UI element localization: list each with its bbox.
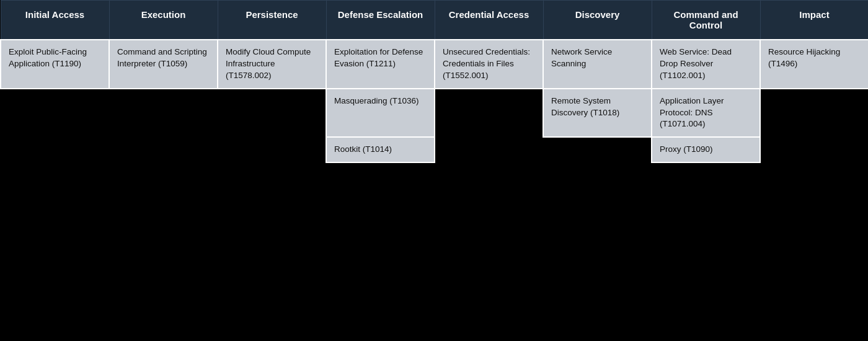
mitre-matrix: Initial AccessExecutionPersistenceDefens… [0, 0, 868, 163]
cell-r0-c6: Web Service: Dead Drop Resolver (T1102.0… [652, 40, 760, 89]
header-execution: Execution [109, 1, 218, 40]
cell-r0-c2: Modify Cloud Compute Infrastructure (T15… [218, 40, 326, 89]
cell-r1-c1 [109, 89, 218, 138]
cell-r2-c6: Proxy (T1090) [652, 137, 760, 162]
cell-r1-c0 [1, 89, 109, 138]
cell-r0-c4: Unsecured Credentials: Credentials in Fi… [435, 40, 543, 89]
header-credential-access: Credential Access [435, 1, 543, 40]
cell-r1-c6: Application Layer Protocol: DNS (T1071.0… [652, 89, 760, 138]
cell-r1-c5: Remote System Discovery (T1018) [543, 89, 652, 138]
header-row: Initial AccessExecutionPersistenceDefens… [1, 1, 868, 40]
header-command-control: Command and Control [652, 1, 760, 40]
cell-r2-c2 [218, 137, 326, 162]
matrix-table: Initial AccessExecutionPersistenceDefens… [0, 0, 868, 163]
cell-r1-c4 [435, 89, 543, 138]
cell-r2-c7 [760, 137, 868, 162]
cell-r1-c3: Masquerading (T1036) [326, 89, 435, 138]
cell-r0-c3: Exploitation for Defense Evasion (T1211) [326, 40, 435, 89]
data-row-1: Masquerading (T1036)Remote System Discov… [1, 89, 868, 138]
data-row-0: Exploit Public-Facing Application (T1190… [1, 40, 868, 89]
header-initial-access: Initial Access [1, 1, 109, 40]
header-persistence: Persistence [218, 1, 326, 40]
cell-r1-c2 [218, 89, 326, 138]
cell-r2-c5 [543, 137, 652, 162]
cell-r2-c3: Rootkit (T1014) [326, 137, 435, 162]
header-defense-escalation: Defense Escalation [326, 1, 435, 40]
cell-r0-c0: Exploit Public-Facing Application (T1190… [1, 40, 109, 89]
cell-r0-c7: Resource Hijacking (T1496) [760, 40, 868, 89]
cell-r2-c4 [435, 137, 543, 162]
cell-r2-c1 [109, 137, 218, 162]
cell-r0-c1: Command and Scripting Interpreter (T1059… [109, 40, 218, 89]
cell-r2-c0 [1, 137, 109, 162]
cell-r1-c7 [760, 89, 868, 138]
data-row-2: Rootkit (T1014)Proxy (T1090) [1, 137, 868, 162]
cell-r0-c5: Network Service Scanning [543, 40, 652, 89]
header-impact: Impact [760, 1, 868, 40]
header-discovery: Discovery [543, 1, 652, 40]
